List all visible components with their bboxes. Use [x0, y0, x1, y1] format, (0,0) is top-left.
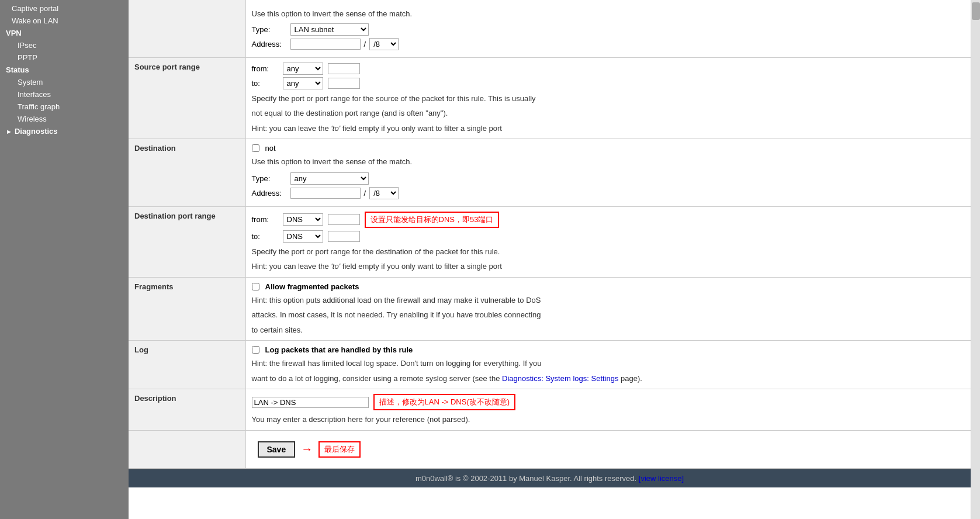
destination-type-label: Type: — [252, 174, 287, 183]
log-checkbox-row: Log packets that are handled by this rul… — [252, 345, 965, 354]
log-hint2: want to do a lot of logging, consider us… — [252, 373, 965, 385]
dest-hint2: Hint: you can leave the 'to' field empty… — [252, 261, 965, 272]
source-from-select[interactable]: anyDNSHTTPHTTPS — [283, 63, 323, 75]
save-button-row: Save → 最后保存 — [252, 435, 965, 463]
destination-content: not Use this option to invert the sense … — [245, 139, 971, 207]
destination-address-label: Address: — [252, 189, 287, 198]
source-hint2: not equal to the destination port range … — [252, 108, 965, 119]
log-label: Log — [129, 341, 245, 389]
form-table: Use this option to invert the sense of t… — [129, 0, 971, 469]
destination-label: Destination — [129, 139, 245, 207]
dest-from-input[interactable] — [328, 214, 360, 225]
save-button[interactable]: Save — [258, 441, 296, 458]
subnet-mask-select[interactable]: /8/16/24/32 — [369, 38, 399, 50]
scrollbar-thumb[interactable] — [972, 2, 980, 20]
fragments-hint3: to certain sites. — [252, 324, 965, 336]
sidebar-item-interfaces[interactable]: Interfaces — [0, 88, 129, 101]
save-empty-label — [129, 430, 245, 468]
dest-to-input[interactable] — [328, 231, 360, 242]
dest-to-label: to: — [252, 232, 278, 241]
destination-subnet-select[interactable]: /8/16/24/32 — [369, 187, 399, 199]
destination-row: Destination not Use this option to inver… — [129, 139, 971, 207]
log-checkbox[interactable] — [252, 346, 259, 354]
type-select[interactable]: LAN subnet any single host or alias LAN … — [290, 23, 369, 36]
footer-text: m0n0wall® is © 2002-2011 by Manuel Kaspe… — [415, 474, 636, 483]
diagnostics-arrow-icon: ► — [6, 128, 12, 135]
source-port-range-row: Source port range from: anyDNSHTTPHTTPS … — [129, 57, 971, 139]
source-from-input[interactable] — [328, 63, 360, 74]
fragments-hint1: Hint: this option puts additional load o… — [252, 295, 965, 306]
footer: m0n0wall® is © 2002-2011 by Manuel Kaspe… — [129, 469, 971, 487]
log-settings-link[interactable]: Diagnostics: System logs: Settings — [502, 374, 618, 383]
fragments-row: Fragments Allow fragmented packets Hint:… — [129, 277, 971, 341]
source-hint3: Hint: you can leave the 'to' field empty… — [252, 123, 965, 134]
source-to-select[interactable]: anyDNSHTTPHTTPS — [283, 77, 323, 89]
save-annotation: 最后保存 — [318, 441, 361, 458]
destination-not-label: not — [265, 144, 276, 153]
destination-type-select[interactable]: any LAN subnet single host or alias LAN … — [290, 172, 369, 185]
source-to-row: to: anyDNSHTTPHTTPS — [252, 77, 965, 89]
empty-label — [129, 0, 245, 57]
sidebar-item-traffic-graph[interactable]: Traffic graph — [0, 101, 129, 113]
description-input[interactable] — [252, 397, 369, 408]
source-from-row: from: anyDNSHTTPHTTPS — [252, 63, 965, 75]
address-row: Address: / /8/16/24/32 — [252, 38, 965, 50]
destination-port-range-row: Destination port range from: DNSanyHTTPH… — [129, 206, 971, 277]
fragments-checkbox-row: Allow fragmented packets — [252, 282, 965, 291]
description-label: Description — [129, 389, 245, 431]
sidebar-section-vpn: VPN — [0, 27, 129, 39]
top-hint-row: Use this option to invert the sense of t… — [129, 0, 971, 57]
dest-to-row: to: DNSanyHTTPHTTPS — [252, 230, 965, 243]
log-row: Log Log packets that are handled by this… — [129, 341, 971, 389]
type-row: Type: LAN subnet any single host or alia… — [252, 23, 965, 36]
sidebar: Captive portal Wake on LAN VPN IPsec PPT… — [0, 0, 129, 519]
sidebar-item-ipsec[interactable]: IPsec — [0, 39, 129, 51]
log-checkbox-label: Log packets that are handled by this rul… — [265, 345, 413, 354]
address-label: Address: — [252, 40, 287, 49]
fragments-content: Allow fragmented packets Hint: this opti… — [245, 277, 971, 341]
sidebar-section-diagnostics: ►Diagnostics — [0, 125, 129, 137]
save-content: Save → 最后保存 — [245, 430, 971, 468]
description-row: Description 描述，修改为LAN -> DNS(改不改随意) You … — [129, 389, 971, 431]
destination-address-input[interactable] — [290, 188, 361, 199]
destination-address-row: Address: / /8/16/24/32 — [252, 187, 965, 199]
source-to-input[interactable] — [328, 78, 360, 89]
top-hint-content: Use this option to invert the sense of t… — [245, 0, 971, 57]
destination-not-checkbox[interactable] — [252, 144, 259, 152]
dest-from-select[interactable]: DNSanyHTTPHTTPS — [283, 213, 323, 226]
sidebar-item-pptp[interactable]: PPTP — [0, 51, 129, 64]
dest-annotation: 设置只能发给目标的DNS，即53端口 — [365, 212, 500, 228]
scrollbar-track[interactable] — [971, 0, 980, 519]
destination-port-range-label: Destination port range — [129, 206, 245, 277]
log-hint1: Hint: the firewall has limited local log… — [252, 358, 965, 369]
dest-hint1: Specify the port or port range for the d… — [252, 246, 965, 258]
dest-to-select[interactable]: DNSanyHTTPHTTPS — [283, 230, 323, 243]
source-port-range-label: Source port range — [129, 57, 245, 139]
description-hint: You may enter a description here for you… — [252, 414, 965, 425]
dest-from-row: from: DNSanyHTTPHTTPS 设置只能发给目标的DNS，即53端口 — [252, 212, 965, 228]
fragments-checkbox-label: Allow fragmented packets — [265, 282, 359, 291]
source-port-range-content: from: anyDNSHTTPHTTPS to: anyDNSHTTPHTTP… — [245, 57, 971, 139]
address-input[interactable] — [290, 39, 361, 50]
fragments-checkbox[interactable] — [252, 283, 259, 290]
save-row-tr: Save → 最后保存 — [129, 430, 971, 468]
destination-port-range-content: from: DNSanyHTTPHTTPS 设置只能发给目标的DNS，即53端口… — [245, 206, 971, 277]
description-input-row: 描述，修改为LAN -> DNS(改不改随意) — [252, 394, 965, 410]
fragments-hint2: attacks. In most cases, it is not needed… — [252, 309, 965, 321]
sidebar-item-wake-on-lan[interactable]: Wake on LAN — [0, 15, 129, 27]
description-content: 描述，修改为LAN -> DNS(改不改随意) You may enter a … — [245, 389, 971, 431]
description-annotation: 描述，修改为LAN -> DNS(改不改随意) — [373, 394, 516, 410]
sidebar-item-wireless[interactable]: Wireless — [0, 113, 129, 125]
log-content: Log packets that are handled by this rul… — [245, 341, 971, 389]
main-content: Use this option to invert the sense of t… — [129, 0, 971, 519]
sidebar-item-system[interactable]: System — [0, 76, 129, 88]
destination-hint: Use this option to invert the sense of t… — [252, 156, 965, 168]
sidebar-section-status: Status — [0, 64, 129, 76]
save-arrow-icon: → — [301, 442, 313, 456]
sidebar-item-captive-portal[interactable]: Captive portal — [0, 2, 129, 15]
view-license-link[interactable]: [view license] — [639, 474, 684, 483]
source-from-label: from: — [252, 64, 278, 73]
fragments-label: Fragments — [129, 277, 245, 341]
source-hint1: Specify the port or port range for the s… — [252, 93, 965, 105]
destination-type-row: Type: any LAN subnet single host or alia… — [252, 172, 965, 185]
